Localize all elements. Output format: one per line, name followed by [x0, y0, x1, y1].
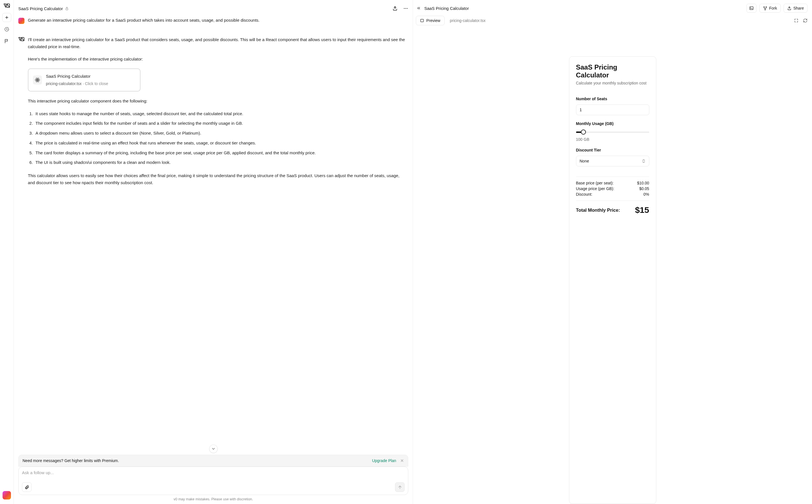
new-chat-button[interactable]: [2, 13, 11, 22]
card-heading: SaaS Pricing Calculator: [576, 63, 649, 79]
svg-rect-1: [66, 8, 68, 10]
assistant-outro: This calculator allows users to easily s…: [28, 172, 407, 186]
banner-text: Need more messages? Get higher limits wi…: [23, 458, 119, 463]
disclaimer-text: v0 may make mistakes. Please use with di…: [14, 497, 413, 504]
collapse-icon[interactable]: [416, 6, 421, 10]
chevron-down-icon: [642, 159, 646, 163]
upgrade-banner: Need more messages? Get higher limits wi…: [18, 455, 408, 467]
scroll-to-bottom-button[interactable]: [209, 445, 218, 453]
svg-point-3: [405, 8, 406, 9]
v0-logo: [4, 3, 10, 8]
upgrade-link[interactable]: Upgrade Plan: [372, 458, 396, 463]
assistant-intro: I'll create an interactive pricing calcu…: [28, 36, 407, 50]
refresh-icon[interactable]: [803, 18, 807, 23]
code-card-hint: Click to close: [85, 81, 108, 86]
card-subtitle: Calculate your monthly subscription cost: [576, 81, 649, 85]
send-button[interactable]: [395, 482, 405, 492]
svg-point-2: [404, 8, 405, 9]
fork-button[interactable]: Fork: [759, 4, 781, 13]
assistant-lead: Here's the implementation of the interac…: [28, 56, 407, 63]
left-rail: [0, 0, 14, 504]
user-avatar[interactable]: [3, 491, 11, 499]
base-price-value: $10.00: [637, 181, 649, 185]
share-button[interactable]: Share: [784, 4, 807, 13]
code-card-file: pricing-calculator.tsx: [46, 81, 82, 86]
assistant-avatar: [18, 37, 24, 43]
preview-pane: SaaS Pricing Calculator Fork Share: [413, 0, 812, 504]
composer: [18, 467, 408, 495]
discount-summary-label: Discount:: [576, 192, 592, 197]
code-artifact-card[interactable]: SaaS Pricing Calculator pricing-calculat…: [28, 68, 140, 92]
attach-button[interactable]: [22, 482, 32, 492]
slider-thumb[interactable]: [581, 130, 586, 135]
preview-canvas: SaaS Pricing Calculator Calculate your m…: [413, 25, 812, 504]
usage-price-value: $0.05: [639, 186, 649, 191]
svg-rect-13: [421, 19, 424, 22]
usage-price-label: Usage price (per GB):: [576, 186, 614, 191]
pricing-card: SaaS Pricing Calculator Calculate your m…: [569, 56, 656, 504]
discount-summary-value: 0%: [643, 192, 649, 197]
arrow-up-icon: [398, 485, 402, 490]
list-item: The UI is built using shadcn/ui componen…: [34, 159, 407, 166]
lock-icon: [65, 7, 69, 10]
base-price-label: Base price (per seat):: [576, 181, 614, 185]
svg-rect-9: [750, 7, 753, 10]
list-item: The price is calculated in real-time usi…: [34, 140, 407, 147]
fork-icon: [763, 6, 767, 10]
total-label: Total Monthly Price:: [576, 208, 620, 213]
close-icon[interactable]: [400, 459, 404, 463]
code-card-title: SaaS Pricing Calculator: [46, 73, 108, 80]
tab-preview[interactable]: Preview: [416, 16, 445, 25]
usage-label: Monthly Usage (GB): [576, 121, 649, 126]
paperclip-icon: [24, 485, 29, 490]
svg-point-4: [407, 8, 408, 9]
export-icon: [787, 6, 791, 10]
terminal-icon: [749, 6, 754, 10]
window-icon: [420, 19, 424, 23]
seats-input[interactable]: [576, 104, 649, 115]
user-message: Generate an interactive pricing calculat…: [28, 17, 407, 24]
assistant-bullet-list: It uses state hooks to manage the number…: [28, 110, 407, 166]
svg-point-5: [37, 79, 38, 80]
preview-title: SaaS Pricing Calculator: [424, 6, 469, 11]
seats-label: Number of Seats: [576, 97, 649, 101]
user-avatar-small: [18, 18, 24, 24]
discount-select[interactable]: None: [576, 156, 649, 166]
assistant-post: This interactive pricing calculator comp…: [28, 98, 407, 105]
usage-slider[interactable]: [576, 129, 649, 135]
export-icon[interactable]: [392, 6, 398, 11]
list-item: The component includes input fields for …: [34, 120, 407, 127]
chat-pane: SaaS Pricing Calculator Generate an inte…: [14, 0, 413, 504]
fullscreen-icon[interactable]: [794, 18, 798, 23]
chat-scroll[interactable]: Generate an interactive pricing calculat…: [14, 14, 413, 455]
followup-input[interactable]: [22, 470, 405, 478]
tab-file[interactable]: pricing-calculator.tsx: [446, 16, 490, 25]
total-value: $15: [635, 205, 649, 215]
list-item: A dropdown menu allows users to select a…: [34, 130, 407, 137]
list-item: The card footer displays a summary of th…: [34, 150, 407, 157]
more-icon[interactable]: [403, 6, 408, 11]
flag-icon[interactable]: [2, 37, 11, 46]
list-item: It uses state hooks to manage the number…: [34, 110, 407, 117]
chat-title: SaaS Pricing Calculator: [18, 6, 63, 11]
react-icon: [33, 75, 42, 84]
console-button[interactable]: [746, 4, 757, 13]
usage-value: 100 GB: [576, 137, 649, 142]
discount-label: Discount Tier: [576, 148, 649, 152]
history-icon[interactable]: [2, 25, 11, 34]
